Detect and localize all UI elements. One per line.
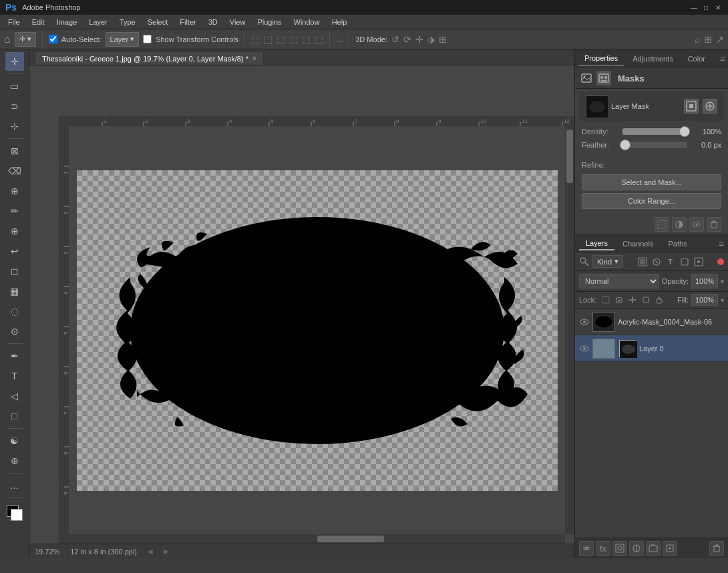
align-top-icon[interactable]: ⬚ bbox=[289, 34, 298, 45]
tab-close-btn[interactable]: × bbox=[252, 55, 256, 62]
hand-tool[interactable]: ☯ bbox=[5, 431, 24, 450]
close-btn[interactable]: ✕ bbox=[713, 3, 723, 12]
lock-position-icon[interactable] bbox=[627, 295, 638, 305]
lock-transparent-icon[interactable] bbox=[600, 295, 611, 305]
workspace-icon[interactable]: ⊞ bbox=[704, 34, 712, 45]
apply-mask-btn[interactable] bbox=[684, 99, 699, 114]
document-tab[interactable]: Thessaloniki - Greece 1.jpg @ 19.7% (Lay… bbox=[35, 51, 264, 65]
lock-image-icon[interactable] bbox=[614, 295, 624, 305]
wand-tool[interactable]: ⊹ bbox=[5, 117, 24, 136]
scrollbar-horizontal[interactable] bbox=[69, 534, 565, 544]
show-hide-mask-icon[interactable] bbox=[689, 217, 704, 232]
tab-properties[interactable]: Properties bbox=[578, 51, 624, 66]
layer-mask-thumbnail-layer0[interactable] bbox=[619, 340, 636, 357]
menu-3d[interactable]: 3D bbox=[203, 17, 223, 27]
orbit-icon[interactable]: ⟳ bbox=[403, 34, 411, 45]
new-layer-btn[interactable] bbox=[663, 541, 677, 556]
background-color[interactable] bbox=[11, 509, 23, 521]
move-tool[interactable]: ✛ bbox=[5, 52, 24, 71]
fill-input[interactable] bbox=[691, 294, 718, 306]
zoom-tool[interactable]: ⊕ bbox=[5, 451, 24, 470]
density-thumb[interactable] bbox=[679, 126, 690, 137]
link-layers-btn[interactable] bbox=[579, 541, 594, 556]
scrollbar-v-thumb[interactable] bbox=[566, 130, 573, 183]
menu-file[interactable]: File bbox=[3, 17, 25, 27]
fx-btn[interactable]: fx bbox=[596, 541, 610, 556]
feather-thumb[interactable] bbox=[620, 140, 630, 150]
group-btn[interactable] bbox=[646, 541, 661, 556]
tab-adjustments[interactable]: Adjustments bbox=[626, 52, 680, 65]
props-mask-icon[interactable] bbox=[596, 71, 611, 85]
tool-mode-btn[interactable]: ✛ ▾ bbox=[15, 32, 36, 47]
menu-filter[interactable]: Filter bbox=[174, 17, 201, 27]
shape-tool[interactable]: □ bbox=[5, 407, 24, 425]
history-tool[interactable]: ↩ bbox=[5, 242, 24, 260]
adjustment-btn[interactable] bbox=[629, 541, 644, 556]
mask-btn[interactable] bbox=[612, 541, 627, 556]
invert-mask-icon[interactable] bbox=[672, 217, 687, 232]
canvas-scroll[interactable] bbox=[69, 126, 565, 534]
align-bottom-icon[interactable]: ⬚ bbox=[315, 34, 323, 45]
blend-mode-select[interactable]: Normal bbox=[579, 274, 659, 289]
layer-item-acrylic[interactable]: Acrylic-Mask_0004_Mask-06 bbox=[575, 309, 728, 335]
layer-item-layer0[interactable]: Layer 0 bbox=[575, 335, 728, 362]
layers-panel-menu[interactable]: ≡ bbox=[719, 238, 724, 249]
filter-smart-icon[interactable] bbox=[693, 256, 705, 268]
transform-checkbox[interactable] bbox=[143, 35, 152, 43]
blur-tool[interactable]: ◌ bbox=[5, 302, 24, 321]
path-select-tool[interactable]: ◁ bbox=[5, 387, 24, 405]
more-tools[interactable]: … bbox=[5, 476, 24, 495]
feather-slider[interactable] bbox=[622, 142, 687, 148]
align-center-v-icon[interactable]: ⬚ bbox=[302, 34, 311, 45]
filter-shape-icon[interactable] bbox=[679, 256, 691, 268]
slide-icon[interactable]: ⬗ bbox=[427, 34, 435, 45]
lasso-tool[interactable]: ⊃ bbox=[5, 97, 24, 116]
eraser-tool[interactable]: ◻ bbox=[5, 262, 24, 280]
nav-prev-icon[interactable]: ◀ bbox=[148, 548, 153, 555]
menu-window[interactable]: Window bbox=[289, 17, 325, 27]
share-icon[interactable]: ↗ bbox=[716, 34, 724, 45]
gradient-tool[interactable]: ▦ bbox=[5, 282, 24, 301]
dotted-selection-icon[interactable] bbox=[655, 217, 669, 232]
lock-artboard-icon[interactable] bbox=[641, 295, 651, 305]
menu-view[interactable]: View bbox=[224, 17, 251, 27]
minimize-btn[interactable]: — bbox=[689, 3, 699, 12]
crop-tool[interactable]: ⊠ bbox=[5, 142, 24, 160]
menu-type[interactable]: Type bbox=[114, 17, 141, 27]
tab-color[interactable]: Color bbox=[681, 52, 712, 65]
scrollbar-vertical[interactable] bbox=[565, 126, 574, 534]
scrollbar-h-thumb[interactable] bbox=[317, 536, 384, 542]
color-range-btn[interactable]: Color Range... bbox=[582, 193, 721, 209]
select-mask-btn[interactable]: Select and Mask... bbox=[582, 174, 721, 190]
tab-channels[interactable]: Channels bbox=[616, 238, 660, 250]
nav-next-icon[interactable]: ▶ bbox=[164, 548, 169, 555]
rotate-3d-icon[interactable]: ↺ bbox=[391, 34, 399, 45]
menu-help[interactable]: Help bbox=[327, 17, 353, 27]
filter-kind-dropdown[interactable]: Kind ▾ bbox=[592, 255, 623, 268]
tab-paths[interactable]: Paths bbox=[662, 238, 694, 250]
heal-tool[interactable]: ⊕ bbox=[5, 182, 24, 200]
pan-3d-icon[interactable]: ✛ bbox=[415, 34, 423, 45]
delete-mask-icon[interactable] bbox=[707, 217, 721, 232]
brush-tool[interactable]: ✏ bbox=[5, 202, 24, 220]
density-slider[interactable] bbox=[622, 128, 687, 135]
menu-select[interactable]: Select bbox=[142, 17, 174, 27]
props-image-icon[interactable] bbox=[579, 71, 594, 85]
filter-text-icon[interactable]: T bbox=[665, 256, 677, 268]
fill-arrow[interactable]: ▾ bbox=[721, 297, 724, 304]
filter-adjust-icon[interactable] bbox=[651, 256, 663, 268]
color-swatches[interactable] bbox=[5, 504, 24, 522]
dodge-tool[interactable]: ⊙ bbox=[5, 322, 24, 341]
more-options-icon[interactable]: ... bbox=[336, 35, 343, 44]
lock-all-icon[interactable] bbox=[654, 295, 665, 305]
maximize-btn[interactable]: □ bbox=[701, 3, 711, 12]
menu-edit[interactable]: Edit bbox=[27, 17, 50, 27]
clone-tool[interactable]: ⊕ bbox=[5, 222, 24, 240]
layer-visibility-layer0[interactable] bbox=[579, 343, 590, 354]
layer-visibility-acrylic[interactable] bbox=[579, 317, 590, 327]
menu-layer[interactable]: Layer bbox=[83, 17, 113, 27]
opacity-input[interactable] bbox=[691, 274, 718, 289]
align-right-icon[interactable]: ⬚ bbox=[277, 34, 285, 45]
text-tool[interactable]: T bbox=[5, 367, 24, 385]
tab-layers[interactable]: Layers bbox=[579, 237, 614, 250]
